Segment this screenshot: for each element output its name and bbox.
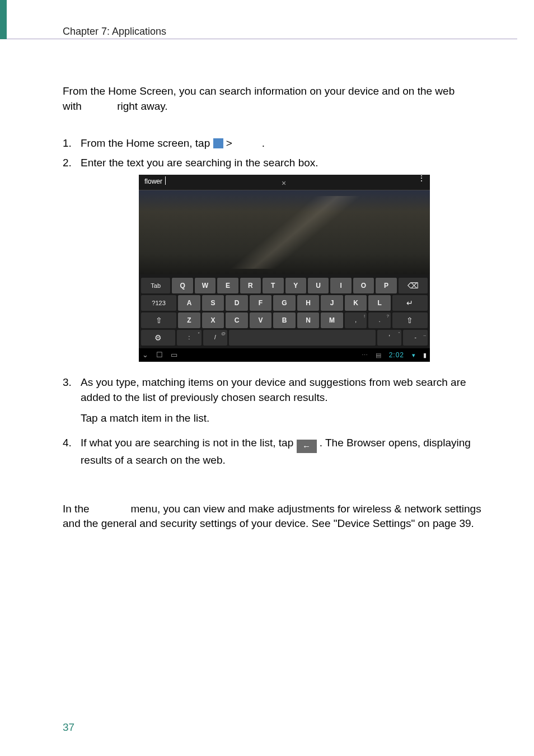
step3-p1: As you type, matching items on your devi… — [81, 375, 488, 405]
key-n[interactable]: N — [297, 312, 320, 328]
search-bar[interactable]: flower × ⋮ — [139, 175, 430, 190]
key-space[interactable] — [229, 330, 376, 346]
key-comma[interactable]: ,! — [345, 312, 367, 328]
nav-home-icon[interactable]: ☐ — [156, 350, 163, 360]
intro-line1: From the Home Screen, you can search inf… — [63, 85, 455, 97]
svg-rect-2 — [218, 140, 219, 142]
svg-rect-7 — [215, 146, 217, 147]
svg-rect-1 — [215, 140, 217, 142]
step1-text-c: . — [262, 137, 265, 149]
apps-grid-icon — [213, 138, 223, 148]
step4-text-a: If what you are searching is not in the … — [81, 437, 293, 449]
search-screenshot: flower × ⋮ Tab Q W E R T — [139, 175, 430, 362]
step2-text: Enter the text you are searching in the … — [81, 157, 318, 169]
key-w[interactable]: W — [195, 278, 216, 293]
clear-icon[interactable]: × — [282, 178, 286, 189]
key-period[interactable]: .? — [368, 312, 391, 328]
step3-p2: Tap a match item in the list. — [81, 411, 488, 426]
key-enter[interactable]: ↵ — [392, 295, 428, 311]
key-t[interactable]: T — [263, 278, 283, 293]
battery-icon: ▮ — [423, 351, 427, 360]
key-c[interactable]: C — [226, 312, 248, 328]
step-number: 2. — [63, 156, 81, 371]
settings-text-b: menu, you can view and make adjustments … — [63, 503, 481, 530]
background-image — [139, 190, 430, 274]
text-cursor — [165, 176, 166, 185]
key-symbols[interactable]: ?123 — [141, 295, 176, 311]
svg-rect-5 — [218, 143, 219, 144]
header-divider — [7, 39, 517, 39]
main-content: From the Home Screen, you can search inf… — [63, 84, 488, 531]
step-number: 1. — [63, 136, 81, 151]
step-4: 4. If what you are searching is not in t… — [63, 436, 488, 468]
svg-rect-4 — [215, 143, 217, 144]
step1-text-b: > — [226, 137, 232, 149]
key-colon[interactable]: :* — [177, 330, 202, 346]
step-3: 3. As you type, matching items on your d… — [63, 375, 488, 431]
key-v[interactable]: V — [250, 312, 272, 328]
key-d[interactable]: D — [226, 295, 248, 311]
overflow-menu-icon[interactable]: ⋮ — [418, 176, 425, 180]
wifi-icon: ▾ — [412, 351, 415, 360]
on-screen-keyboard[interactable]: Tab Q W E R T Y U I O P ⌫ — [139, 274, 430, 348]
key-s[interactable]: S — [202, 295, 224, 311]
key-language[interactable]: ⚙ — [141, 330, 175, 346]
key-r[interactable]: R — [240, 278, 261, 293]
key-b[interactable]: B — [273, 312, 296, 328]
enter-arrow-icon: ← — [297, 440, 317, 453]
search-input-text: flower — [144, 177, 162, 186]
key-p[interactable]: P — [376, 278, 396, 293]
step-1: 1. From the Home screen, tap > . — [63, 136, 488, 151]
key-g[interactable]: G — [273, 295, 296, 311]
svg-rect-8 — [218, 146, 219, 147]
settings-text-a: In the — [63, 503, 90, 515]
nav-back-icon[interactable]: ⌄ — [142, 350, 148, 360]
key-i[interactable]: I — [330, 278, 351, 293]
intro-paragraph: From the Home Screen, you can search inf… — [63, 84, 488, 114]
step1-text-a: From the Home screen, tap — [81, 137, 210, 149]
key-shift-right[interactable]: ⇧ — [392, 312, 428, 328]
header-accent-bar — [0, 0, 7, 39]
intro-line2b: right away. — [117, 100, 167, 112]
key-u[interactable]: U — [308, 278, 329, 293]
key-shift-left[interactable]: ⇧ — [141, 312, 176, 328]
clock: 2:02 — [389, 351, 404, 360]
key-k[interactable]: K — [345, 295, 367, 311]
key-backspace[interactable]: ⌫ — [399, 278, 428, 293]
key-l[interactable]: L — [368, 295, 391, 311]
key-j[interactable]: J — [321, 295, 343, 311]
key-o[interactable]: O — [353, 278, 374, 293]
key-apostrophe[interactable]: '" — [377, 330, 402, 346]
key-tab[interactable]: Tab — [141, 278, 170, 293]
sd-card-icon: ▤ — [376, 351, 381, 360]
system-navigation-bar: ⌄ ☐ ▭ ⋯ ▤ 2:02 ▾ ▮ — [139, 348, 430, 362]
page-number: 37 — [63, 721, 74, 734]
key-e[interactable]: E — [217, 278, 238, 293]
key-m[interactable]: M — [321, 312, 343, 328]
step-number: 3. — [63, 375, 81, 431]
key-y[interactable]: Y — [285, 278, 306, 293]
status-icon: ⋯ — [362, 351, 368, 360]
settings-section: In the menu, you can view and make adjus… — [63, 502, 488, 531]
key-dash[interactable]: -_ — [403, 330, 428, 346]
step-2: 2. Enter the text you are searching in t… — [63, 156, 488, 371]
key-h[interactable]: H — [297, 295, 320, 311]
key-x[interactable]: X — [202, 312, 224, 328]
key-z[interactable]: Z — [178, 312, 200, 328]
key-q[interactable]: Q — [172, 278, 193, 293]
svg-rect-9 — [221, 146, 222, 147]
key-a[interactable]: A — [178, 295, 200, 311]
key-f[interactable]: F — [250, 295, 272, 311]
intro-line2a: with — [63, 100, 82, 112]
key-slash[interactable]: /@ — [203, 330, 228, 346]
svg-rect-6 — [221, 143, 222, 144]
chapter-title: Chapter 7: Applications — [63, 26, 166, 38]
svg-rect-3 — [221, 140, 222, 142]
step-number: 4. — [63, 436, 81, 468]
nav-recent-icon[interactable]: ▭ — [171, 350, 177, 360]
